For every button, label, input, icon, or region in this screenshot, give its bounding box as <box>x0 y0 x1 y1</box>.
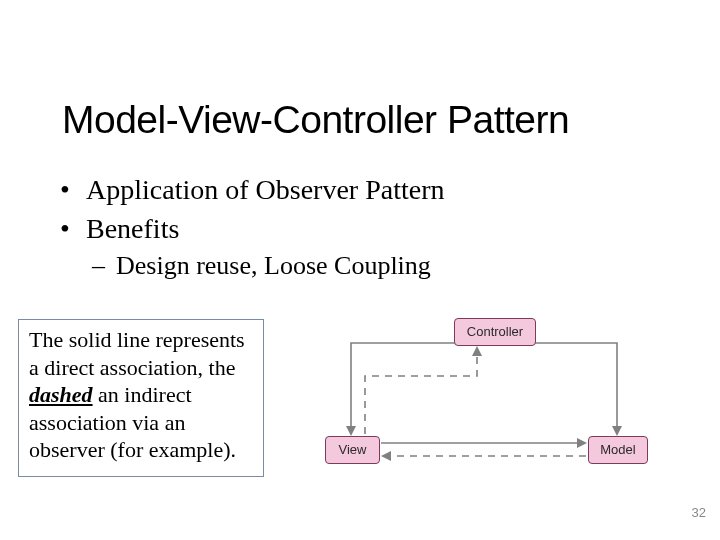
mvc-diagram: Controller View Model <box>293 318 693 508</box>
arrowhead-controller-to-model <box>612 426 622 436</box>
callout-text-1: The solid line represents a direct assoc… <box>29 327 245 380</box>
subbullet-design-reuse: Design reuse, Loose Coupling <box>92 250 444 283</box>
arrow-view-to-controller <box>365 348 477 434</box>
arrowhead-model-to-view <box>381 451 391 461</box>
diagram-box-model: Model <box>588 436 648 464</box>
diagram-box-view: View <box>325 436 380 464</box>
arrow-controller-to-model <box>533 343 617 434</box>
arrowhead-view-to-controller <box>472 346 482 356</box>
arrowhead-view-to-model <box>577 438 587 448</box>
diagram-box-controller: Controller <box>454 318 536 346</box>
bullet-application-observer: Application of Observer Pattern <box>60 172 444 207</box>
legend-callout: The solid line represents a direct assoc… <box>18 319 264 477</box>
bullet-list: Application of Observer Pattern Benefits… <box>60 172 444 283</box>
callout-dashed-word: dashed <box>29 382 93 407</box>
bullet-benefits: Benefits <box>60 211 444 246</box>
diagram-arrows <box>293 318 693 508</box>
arrowhead-controller-to-view <box>346 426 356 436</box>
slide: Model-View-Controller Pattern Applicatio… <box>0 0 720 540</box>
slide-title: Model-View-Controller Pattern <box>62 98 569 142</box>
arrow-controller-to-view <box>351 343 459 434</box>
page-number: 32 <box>692 505 706 520</box>
